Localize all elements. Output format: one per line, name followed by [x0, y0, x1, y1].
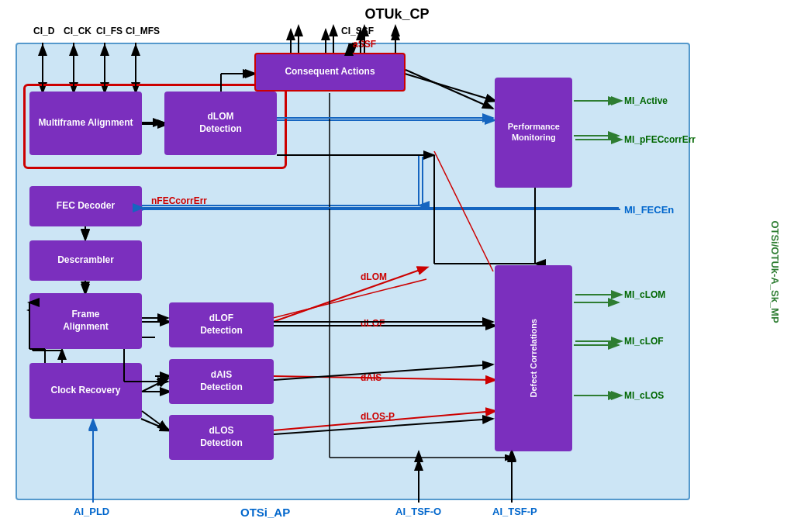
otsi-ap-label: OTSi_AP	[240, 506, 290, 519]
mi-clom-label: MI_cLOM	[624, 289, 665, 300]
consequent-actions-block: Consequent Actions	[254, 53, 406, 92]
mi-clof-label: MI_cLOF	[624, 336, 664, 347]
assf-label: aSSF	[353, 39, 376, 50]
descrambler-block: Descrambler	[29, 240, 142, 281]
dais-detection-block: dAISDetection	[169, 359, 274, 404]
ai-tsf-p-label: AI_TSF-P	[492, 506, 537, 517]
fec-decoder-block: FEC Decoder	[29, 186, 142, 226]
ci-fs-label: CI_FS	[96, 26, 123, 36]
dlom-signal-label: dLOM	[361, 271, 387, 282]
frame-alignment-block: FrameAlignment	[29, 293, 142, 349]
ci-ssf-label: CI_SSF	[341, 26, 374, 36]
performance-monitoring-block: PerformanceMonitoring	[495, 78, 572, 188]
mi-active-label: MI_Active	[624, 95, 668, 106]
defect-correlations-block: Defect Correlations	[495, 265, 572, 451]
mi-clos-label: MI_cLOS	[624, 390, 664, 401]
mi-fecen-label: MI_FECEn	[624, 204, 674, 216]
dlof-signal-label: dLOF	[361, 318, 385, 329]
nfeccorrerr-label: nFECcorrErr	[151, 195, 207, 206]
clock-recovery-block: Clock Recovery	[29, 363, 142, 419]
diagram: OTUk_CP	[0, 0, 794, 532]
ci-mfs-label: CI_MFS	[126, 26, 160, 36]
ci-ck-label: CI_CK	[64, 26, 91, 36]
ci-d-label: CI_D	[33, 26, 54, 36]
dais-signal-label: dAIS	[361, 372, 381, 383]
dlof-detection-block: dLOFDetection	[169, 302, 274, 347]
dlos-p-signal-label: dLOS-P	[361, 411, 395, 422]
right-side-label: OTSi/OTUk-A_Sk_MP	[758, 43, 792, 500]
ai-pld-label: AI_PLD	[74, 506, 109, 517]
multiframe-alignment-block: Multiframe Alignment	[29, 92, 142, 155]
mi-pfec-label: MI_pFECcorrErr	[624, 134, 696, 145]
dlom-detection-block: dLOMDetection	[164, 92, 277, 155]
diagram-title: OTUk_CP	[364, 6, 429, 22]
dlos-detection-block: dLOSDetection	[169, 415, 274, 460]
ai-tsf-o-label: AI_TSF-O	[395, 506, 441, 517]
